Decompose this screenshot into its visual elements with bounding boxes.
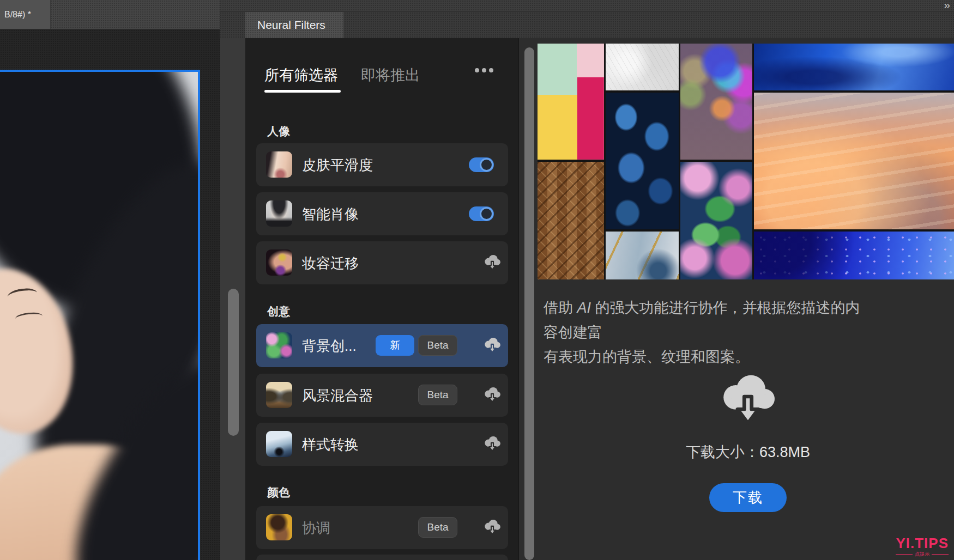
- document-tab[interactable]: B/8#) *: [0, 0, 51, 29]
- filter-row-landscape-mixer[interactable]: 风景混合器 Beta: [256, 374, 508, 417]
- filter-row-makeup-transfer[interactable]: 妆容迁移: [256, 241, 508, 284]
- panel-dock-header: »: [220, 0, 954, 12]
- gallery-tile-woven-wood: [538, 162, 604, 279]
- gallery-tile-water-droplets: [754, 232, 954, 279]
- gallery-tile-bokeh-lights: [680, 44, 752, 160]
- panel-scrollbar-thumb[interactable]: [524, 47, 534, 560]
- beta-badge: Beta: [418, 335, 457, 356]
- active-tab-underline: [264, 90, 341, 93]
- filter-row-harmonization[interactable]: 协调 Beta: [256, 506, 508, 549]
- filter-row-background-creator[interactable]: 背景创... 新 Beta: [256, 324, 508, 367]
- cloud-download-icon[interactable]: [483, 436, 502, 452]
- neural-filters-panel: 所有筛选器 即将推出 人像 皮肤平滑度 智能肖像 妆容迁移 创意 背景创... …: [245, 38, 518, 560]
- beta-badge: Beta: [418, 517, 457, 538]
- download-size-label: 下载大小：: [686, 444, 759, 460]
- filter-thumbnail: [266, 382, 292, 408]
- filter-thumbnail: [266, 151, 292, 178]
- cloud-download-icon[interactable]: [483, 254, 502, 271]
- watermark-subtitle: 点提示: [896, 551, 949, 558]
- collapse-panel-icon[interactable]: »: [944, 0, 950, 11]
- filter-thumbnail: [266, 249, 292, 276]
- cloud-download-icon[interactable]: [483, 519, 502, 535]
- beta-badge: Beta: [418, 385, 457, 405]
- preview-gallery: [538, 44, 954, 279]
- document-tab-label: B/8#) *: [4, 10, 31, 20]
- filter-name: 样式转换: [302, 435, 359, 454]
- new-badge: 新: [376, 335, 414, 356]
- filter-toggle[interactable]: [469, 206, 494, 221]
- panel-tab-bar: Neural Filters: [220, 12, 954, 38]
- watermark: YI.TIPS 点提示: [896, 536, 949, 558]
- description-line-1: 借助 AI 的强大功能进行协作，并根据您描述的内容创建富: [544, 296, 871, 345]
- filter-name: 智能肖像: [302, 204, 359, 223]
- filter-thumbnail: [266, 514, 292, 540]
- section-title-portrait: 人像: [267, 124, 290, 139]
- filter-name: 协调: [302, 518, 330, 537]
- document-scrollbar-thumb[interactable]: [228, 289, 239, 436]
- filter-name: 背景创...: [302, 336, 357, 355]
- download-cloud-icon: [717, 374, 778, 427]
- filter-name: 妆容迁移: [302, 253, 359, 272]
- tab-neural-filters[interactable]: Neural Filters: [245, 12, 343, 38]
- filter-thumbnail: [266, 332, 292, 358]
- filter-name: 风景混合器: [302, 386, 373, 405]
- document-tab-bar: B/8#) *: [0, 0, 220, 29]
- filter-description: 借助 AI 的强大功能进行协作，并根据您描述的内容创建富 有表现力的背景、纹理和…: [544, 296, 871, 369]
- filter-thumbnail: [266, 431, 292, 457]
- toggle-knob: [480, 207, 493, 221]
- filter-thumbnail: [266, 200, 292, 227]
- download-button[interactable]: 下载: [709, 483, 787, 512]
- overflow-menu-icon[interactable]: [475, 68, 493, 72]
- section-title-creative: 创意: [267, 304, 290, 319]
- tab-neural-filters-label: Neural Filters: [257, 19, 325, 32]
- tab-all-filters[interactable]: 所有筛选器: [264, 65, 338, 85]
- filter-row-skin-smoothness[interactable]: 皮肤平滑度: [256, 143, 508, 186]
- gallery-tile-gold-marble: [606, 232, 679, 279]
- filter-row-smart-portrait[interactable]: 智能肖像: [256, 192, 508, 235]
- filter-detail-panel: 借助 AI 的强大功能进行协作，并根据您描述的内容创建富 有表现力的背景、纹理和…: [518, 38, 954, 560]
- gallery-tile-blue-swirl: [754, 44, 954, 90]
- description-line-2: 有表现力的背景、纹理和图案。: [544, 345, 871, 369]
- gallery-tile-paper-collage: [538, 44, 604, 160]
- watermark-title: YI.TIPS: [896, 536, 949, 550]
- document-scrollbar-track: [220, 38, 245, 560]
- document-canvas[interactable]: [0, 70, 200, 560]
- canvas-pasteboard: [0, 29, 220, 560]
- cloud-download-icon[interactable]: [483, 337, 502, 354]
- cloud-download-icon[interactable]: [483, 387, 502, 403]
- tab-coming-soon[interactable]: 即将推出: [361, 65, 420, 85]
- filter-row-partial[interactable]: [256, 555, 508, 560]
- filter-toggle[interactable]: [469, 157, 494, 172]
- filter-row-style-transfer[interactable]: 样式转换: [256, 423, 508, 466]
- download-size: 下载大小：63.8MB: [530, 442, 954, 462]
- filter-name: 皮肤平滑度: [302, 155, 373, 174]
- photoshop-window: B/8#) * » Neural Filters 所有筛选器 即将推出 人像: [0, 0, 954, 560]
- toggle-knob: [480, 158, 493, 172]
- gallery-tile-tropical-pattern: [680, 162, 752, 279]
- gallery-tile-blue-leaves: [606, 93, 679, 229]
- gallery-tile-crumpled-paper: [606, 44, 679, 90]
- gallery-tile-sunset-sky: [754, 93, 954, 229]
- section-title-color: 颜色: [267, 485, 290, 500]
- download-size-value: 63.8MB: [759, 444, 810, 460]
